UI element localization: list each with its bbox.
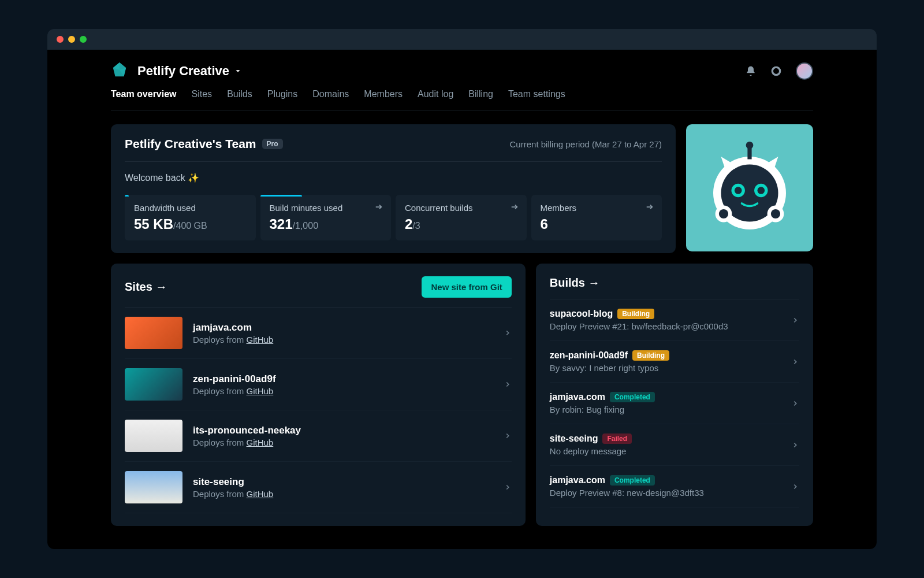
site-name: its-pronounced-neekay	[193, 425, 504, 436]
chevron-right-icon	[504, 432, 512, 440]
svg-point-11	[719, 209, 728, 218]
builds-heading[interactable]: Builds →	[550, 276, 600, 290]
site-name: zen-panini-00ad9f	[193, 373, 504, 385]
stat-1[interactable]: Build minutes used321/1,000	[260, 195, 392, 240]
nav-domains[interactable]: Domains	[312, 89, 349, 99]
stat-label: Bandwidth used	[134, 203, 247, 213]
sites-heading[interactable]: Sites →	[125, 280, 167, 294]
logo-icon[interactable]	[111, 61, 128, 81]
site-thumbnail	[125, 317, 182, 349]
build-name: supacool-blog	[550, 309, 613, 319]
build-message: By savvy: I neber right typos	[550, 363, 791, 373]
team-avatar	[686, 124, 813, 251]
nav-team-settings[interactable]: Team settings	[508, 89, 565, 99]
stat-value: 55 KB/400 GB	[134, 216, 247, 232]
chevron-right-icon	[791, 483, 799, 491]
svg-point-0	[772, 67, 780, 75]
arrow-right-icon	[646, 203, 654, 211]
stat-label: Build minutes used	[270, 203, 382, 213]
chevron-right-icon	[791, 399, 799, 407]
build-row[interactable]: jamjava.comCompletedDeploy Preview #8: n…	[550, 466, 799, 507]
team-dropdown[interactable]: Petlify Creative	[137, 64, 242, 79]
nav-team-overview[interactable]: Team overview	[111, 89, 177, 99]
stat-3[interactable]: Members6	[531, 195, 662, 240]
build-message: Deploy Preview #21: bw/feedback-pr@c000d…	[550, 321, 791, 331]
stat-value: 321/1,000	[270, 216, 382, 232]
billing-period: Current billing period (Mar 27 to Apr 27…	[510, 139, 662, 149]
arrow-right-icon	[511, 203, 519, 211]
team-overview-card: Petlify Creative's Team Pro Current bill…	[111, 124, 676, 253]
build-status-badge: Building	[617, 309, 654, 319]
main-nav: Team overviewSitesBuildsPluginsDomainsMe…	[111, 89, 813, 110]
window-close[interactable]	[57, 36, 64, 43]
build-row[interactable]: jamjava.comCompletedBy robin: Bug fixing	[550, 383, 799, 424]
builds-card: Builds → supacool-blogBuildingDeploy Pre…	[536, 264, 813, 526]
stat-0[interactable]: Bandwidth used55 KB/400 GB	[125, 195, 256, 240]
svg-point-8	[758, 187, 765, 194]
site-thumbnail	[125, 471, 182, 503]
mascot-icon	[698, 136, 802, 240]
new-site-button[interactable]: New site from Git	[422, 276, 511, 298]
window-maximize[interactable]	[80, 36, 87, 43]
build-message: No deploy message	[550, 446, 791, 456]
site-deploy-source: Deploys from GitHub	[193, 335, 504, 344]
chevron-right-icon	[791, 316, 799, 324]
site-name: jamjava.com	[193, 322, 504, 334]
svg-point-7	[735, 187, 742, 194]
site-row[interactable]: its-pronounced-neekayDeploys from GitHub	[125, 410, 512, 462]
circle-icon[interactable]	[770, 65, 782, 77]
window-minimize[interactable]	[68, 36, 75, 43]
nav-builds[interactable]: Builds	[227, 89, 252, 99]
build-name: site-seeing	[550, 433, 598, 444]
build-name: jamjava.com	[550, 475, 605, 486]
nav-billing[interactable]: Billing	[468, 89, 493, 99]
stat-value: 6	[541, 216, 653, 232]
build-status-badge: Completed	[610, 392, 655, 402]
arrow-right-icon	[375, 203, 383, 211]
build-name: zen-panini-00ad9f	[550, 350, 628, 361]
welcome-message: Welcome back ✨	[125, 172, 662, 183]
site-row[interactable]: site-seeingDeploys from GitHub	[125, 462, 512, 513]
stat-value: 2/3	[405, 216, 517, 232]
stat-2[interactable]: Concurrent builds2/3	[396, 195, 527, 240]
nav-plugins[interactable]: Plugins	[267, 89, 297, 99]
bell-icon[interactable]	[745, 65, 757, 77]
stat-label: Members	[541, 203, 653, 213]
site-thumbnail	[125, 420, 182, 452]
chevron-down-icon	[234, 67, 242, 75]
chevron-right-icon	[504, 380, 512, 388]
nav-members[interactable]: Members	[364, 89, 403, 99]
plan-badge: Pro	[262, 139, 283, 149]
build-message: By robin: Bug fixing	[550, 405, 791, 414]
sites-card: Sites → New site from Git jamjava.comDep…	[111, 264, 526, 526]
nav-audit-log[interactable]: Audit log	[418, 89, 453, 99]
build-message: Deploy Preview #8: new-design@3dft33	[550, 488, 791, 498]
team-title: Petlify Creative's Team	[125, 137, 256, 151]
site-name: site-seeing	[193, 476, 504, 488]
svg-point-12	[771, 209, 780, 218]
build-row[interactable]: zen-panini-00ad9fBuildingBy savvy: I neb…	[550, 341, 799, 383]
nav-sites[interactable]: Sites	[192, 89, 213, 99]
chevron-right-icon	[791, 441, 799, 449]
svg-point-4	[746, 142, 754, 149]
build-status-badge: Completed	[610, 475, 655, 486]
site-deploy-source: Deploys from GitHub	[193, 438, 504, 447]
chevron-right-icon	[504, 483, 512, 491]
build-status-badge: Failed	[602, 433, 632, 444]
site-row[interactable]: jamjava.comDeploys from GitHub	[125, 307, 512, 359]
user-avatar[interactable]	[796, 62, 813, 80]
chevron-right-icon	[791, 358, 799, 366]
build-row[interactable]: supacool-blogBuildingDeploy Preview #21:…	[550, 299, 799, 341]
site-deploy-source: Deploys from GitHub	[193, 489, 504, 499]
chevron-right-icon	[504, 329, 512, 337]
build-status-badge: Building	[632, 350, 669, 361]
stat-label: Concurrent builds	[405, 203, 517, 213]
window-titlebar	[47, 29, 877, 50]
build-name: jamjava.com	[550, 392, 605, 402]
site-row[interactable]: zen-panini-00ad9fDeploys from GitHub	[125, 359, 512, 410]
site-thumbnail	[125, 368, 182, 401]
team-name-label: Petlify Creative	[137, 64, 229, 79]
site-deploy-source: Deploys from GitHub	[193, 386, 504, 396]
build-row[interactable]: site-seeingFailedNo deploy message	[550, 424, 799, 466]
